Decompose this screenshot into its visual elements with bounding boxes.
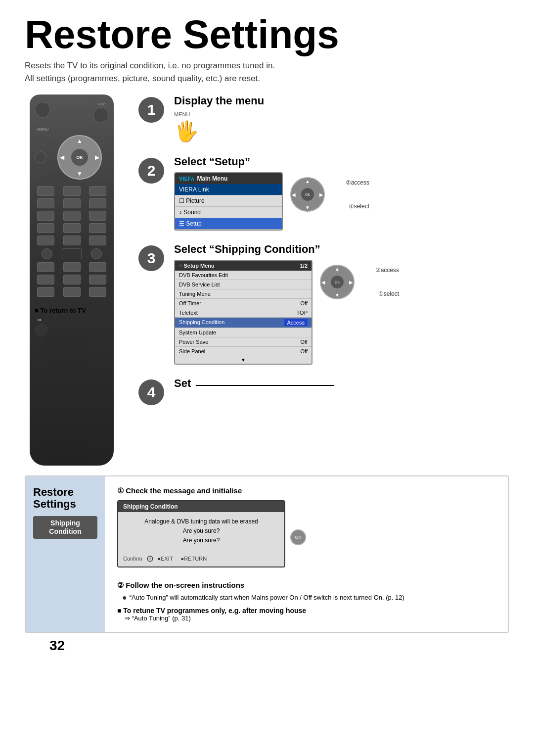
ns-left-2[interactable]: ◀ (292, 192, 296, 197)
remote-btn-6[interactable] (89, 198, 106, 208)
step-2-nav-small: ▲ ▼ ◀ ▶ OK (290, 177, 325, 212)
page-container: Restore Settings Resets the TV to its or… (0, 0, 534, 673)
nav-small-center-2[interactable]: OK (301, 188, 314, 201)
menu-item-side-panel[interactable]: Side PanelOff (175, 347, 312, 356)
steps-column: 1 Display the menu MENU 🖐 2 Select “Setu… (134, 94, 509, 466)
remote-btn-4[interactable] (37, 198, 54, 208)
dialog-footer: Confirm ⊙ ●EXIT ●RETURN (118, 551, 284, 567)
remote-btn-13[interactable] (37, 236, 54, 245)
remote-btn-7[interactable] (37, 211, 54, 221)
step-2-nav-wrapper: ▲ ▼ ◀ ▶ OK ②access ①select (290, 177, 325, 212)
menu-btn[interactable] (35, 151, 46, 163)
remote-btn-15[interactable] (89, 236, 106, 245)
ns-left-3[interactable]: ◀ (321, 280, 325, 285)
remote-btn-18[interactable] (89, 262, 106, 272)
ns-right-2[interactable]: ▶ (319, 192, 323, 197)
remote-btn-11[interactable] (63, 223, 81, 233)
remote-button-rows (35, 186, 109, 297)
confirm-label: Confirm (123, 556, 142, 562)
ns-right-3[interactable]: ▶ (349, 280, 353, 285)
remote-btn-24[interactable] (89, 287, 106, 297)
page-number: 32 (25, 633, 509, 659)
step-3: 3 Select “Shipping Condition” ≡ Setup Me… (138, 243, 509, 365)
menu-item-setup[interactable]: ☰ Setup (175, 218, 282, 230)
retune-sub-text: ⇒ “Auto Tuning” (p. 31) (125, 614, 191, 622)
step-1-title: Display the menu (174, 94, 509, 107)
menu-item-sound[interactable]: ♪ Sound (175, 207, 282, 218)
remote-btn-17[interactable] (63, 262, 81, 272)
step-2-menu-header: VIEFʌ Main Menu (175, 173, 282, 184)
btn-row-1 (35, 186, 109, 196)
remote-btn-2[interactable] (63, 186, 81, 196)
remote-round-2[interactable] (91, 248, 102, 259)
remote-btn-19[interactable] (37, 275, 54, 284)
remote-btn-8[interactable] (63, 211, 81, 221)
step-3-menu-header: ≡ Setup Menu 1/2 (175, 261, 312, 271)
remote-btn-21[interactable] (89, 275, 106, 284)
ns-up-2[interactable]: ▲ (305, 179, 310, 184)
subtitle: Resets the TV to its original condition,… (25, 59, 509, 85)
ns-up-3[interactable]: ▲ (335, 266, 340, 272)
remote-btn-10[interactable] (37, 223, 54, 233)
remote-btn-3[interactable] (89, 186, 106, 196)
menu-item-system-update[interactable]: System Update (175, 328, 312, 337)
retune-title: ■ To retune TV programmes only, e.g. aft… (117, 607, 496, 614)
remote-btn-1[interactable] (37, 186, 54, 196)
step-4-content: Set (174, 377, 509, 390)
remote-btn-23[interactable] (63, 287, 81, 297)
remote-btn-16[interactable] (37, 262, 54, 272)
nav-up-arrow[interactable]: ▲ (77, 138, 83, 144)
remote-btn-20[interactable] (63, 275, 81, 284)
remote-btn-22[interactable] (37, 287, 54, 297)
step-2-menu-title: Main Menu (197, 175, 227, 182)
menu-item-shipping[interactable]: Shipping Condition Access (175, 318, 312, 328)
step-2-access-label: ②access (346, 179, 369, 186)
menu-item-tuning[interactable]: Tuning Menu (175, 289, 312, 299)
remote-mid-section (37, 248, 106, 259)
subtitle-line1: Resets the TV to its original condition,… (25, 61, 275, 70)
btn-row-5 (35, 236, 109, 245)
step-3-menu-box: ≡ Setup Menu 1/2 DVB Favourites Edit DVB… (174, 260, 312, 365)
exit-btn-top[interactable] (93, 107, 109, 123)
check-title: ① Check the message and initialise (117, 486, 496, 495)
menu-item-power-save[interactable]: Power SaveOff (175, 337, 312, 347)
scroll-indicator: ▼ (175, 356, 312, 364)
remote-btn-14[interactable] (63, 236, 81, 245)
nav-down-arrow[interactable]: ▼ (77, 170, 83, 177)
dialog-body-line3: Are you sure? (183, 537, 220, 544)
dialog-ok-btn[interactable]: OK (290, 529, 306, 545)
step-3-nav-area: ≡ Setup Menu 1/2 DVB Favourites Edit DVB… (174, 260, 509, 365)
step-2-number: 2 (138, 158, 164, 184)
step-3-number: 3 (138, 245, 164, 271)
remote-column: EXIT MENU ▲ ▼ ◀ ▶ (25, 94, 134, 466)
remote-top-left-btn[interactable] (35, 102, 50, 118)
step-4-title: Set (174, 377, 191, 390)
btn-row-2 (35, 198, 109, 208)
check-title-text: ① Check the message and initialise (117, 486, 242, 495)
remote-btn-9[interactable] (89, 211, 106, 221)
nav-right-arrow[interactable]: ▶ (95, 154, 99, 161)
menu-item-off-timer[interactable]: Off TimerOff (175, 299, 312, 308)
step-3-title: Select “Shipping Condition” (174, 243, 509, 256)
menu-item-teletext[interactable]: TeletextTOP (175, 308, 312, 318)
btn-row-6 (35, 262, 109, 272)
menu-item-dvb-fav[interactable]: DVB Favourites Edit (175, 271, 312, 280)
remote-btn-12[interactable] (89, 223, 106, 233)
step-1-number: 1 (138, 97, 164, 123)
remote-btn-5[interactable] (63, 198, 81, 208)
step-2-title: Select “Setup” (174, 155, 509, 168)
menu-item-picture[interactable]: ☐ Picture (175, 195, 282, 207)
nav-small-center-3[interactable]: OK (331, 276, 344, 288)
exit-circle-btn[interactable] (35, 323, 48, 337)
step-2-menu-box: VIEFʌ Main Menu VIERA Link ☐ Picture ♪ S… (174, 172, 283, 231)
ns-down-2[interactable]: ▼ (305, 205, 310, 210)
nav-left-arrow[interactable]: ◀ (60, 154, 64, 161)
subtitle-line2: All settings (programmes, picture, sound… (25, 74, 260, 83)
menu-item-viera-link[interactable]: VIERA Link (175, 184, 282, 195)
nav-center-ok[interactable]: OK (71, 149, 88, 166)
menu-item-dvb-svc[interactable]: DVB Service List (175, 280, 312, 289)
ns-down-3[interactable]: ▼ (335, 292, 340, 298)
menu-label: MENU (35, 127, 109, 132)
step-2-content: Select “Setup” VIEFʌ Main Menu VIERA Lin… (174, 155, 509, 231)
remote-round-1[interactable] (42, 248, 52, 259)
